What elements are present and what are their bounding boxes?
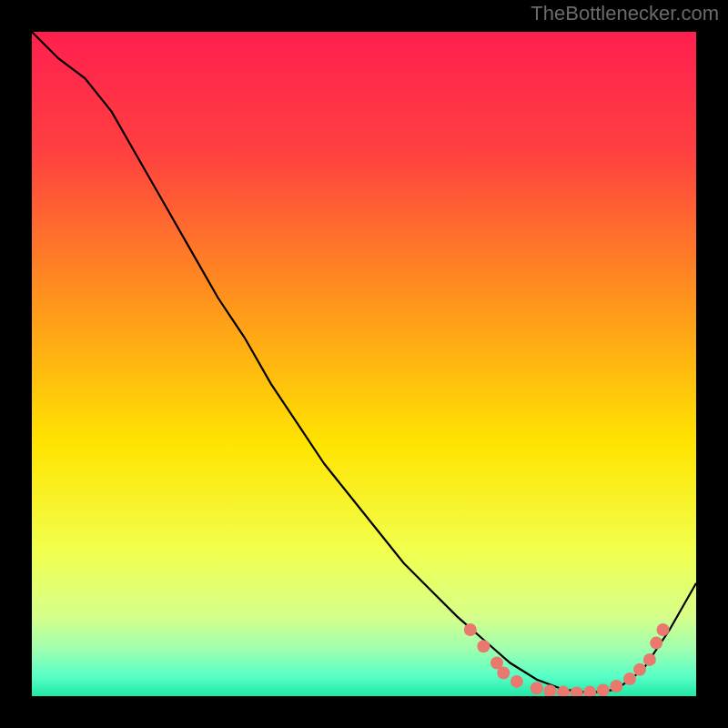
highlight-marker bbox=[531, 682, 543, 694]
highlight-marker bbox=[597, 683, 610, 696]
highlight-marker bbox=[643, 653, 656, 666]
highlight-marker bbox=[511, 675, 523, 688]
bottleneck-chart bbox=[32, 32, 696, 696]
highlight-marker bbox=[650, 637, 662, 650]
highlight-marker bbox=[464, 623, 477, 636]
highlight-marker bbox=[657, 623, 670, 636]
gradient-background bbox=[32, 32, 696, 696]
chart-frame: TheBottlenecker.com bbox=[0, 0, 728, 728]
highlight-marker bbox=[623, 672, 636, 685]
highlight-marker bbox=[633, 663, 646, 676]
highlight-marker bbox=[477, 640, 490, 652]
highlight-marker bbox=[610, 680, 622, 693]
attribution-label: TheBottlenecker.com bbox=[531, 2, 719, 25]
highlight-marker bbox=[497, 667, 510, 680]
